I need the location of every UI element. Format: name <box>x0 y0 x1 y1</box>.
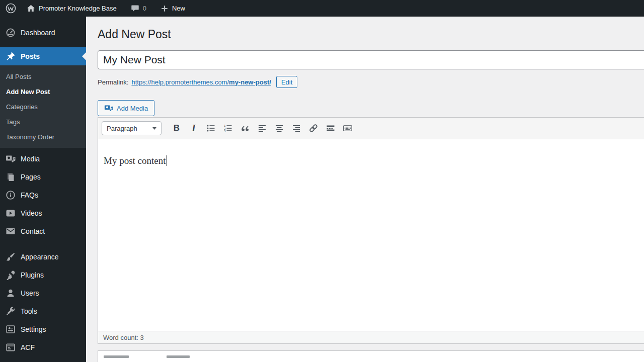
sidebar-item-faqs[interactable]: FAQs <box>0 186 86 204</box>
align-left-icon <box>257 123 267 133</box>
sidebar-item-users[interactable]: Users <box>0 284 86 302</box>
paragraph-format-select[interactable]: Paragraph <box>102 121 162 135</box>
envelope-icon <box>6 226 16 236</box>
wordpress-logo-icon <box>6 3 16 14</box>
sliders-icon <box>6 324 16 334</box>
add-media-icon <box>104 104 113 113</box>
submenu-item-label: Categories <box>6 103 38 111</box>
permalink-link[interactable]: https://help.promoterthemes.com/my-new-p… <box>131 78 271 86</box>
sidebar-item-label: Posts <box>21 52 40 60</box>
comment-bubble-icon <box>131 4 139 13</box>
sidebar-item-contact[interactable]: Contact <box>0 222 86 240</box>
edit-permalink-button[interactable]: Edit <box>276 76 297 88</box>
pages-icon <box>6 172 16 182</box>
blockquote-icon <box>240 123 250 133</box>
sidebar-item-label: Tools <box>21 307 37 315</box>
sidebar-item-settings[interactable]: Settings <box>0 320 86 338</box>
sidebar-item-media[interactable]: Media <box>0 150 86 168</box>
keyboard-shortcuts-button[interactable] <box>340 121 355 135</box>
main-content: Add New Post Permalink: https://help.pro… <box>86 17 644 362</box>
editor-text: My post content <box>104 155 166 166</box>
admin-bar-comments[interactable]: 0 <box>126 0 151 17</box>
site-name-label: Promoter Knowledge Base <box>39 5 117 12</box>
video-play-icon <box>6 208 16 218</box>
keyboard-icon <box>343 123 353 133</box>
below-editor-metabox <box>98 350 644 362</box>
custom-fields-icon <box>6 342 16 352</box>
align-left-button[interactable] <box>255 121 270 135</box>
sidebar-item-acf[interactable]: ACF <box>0 338 86 356</box>
admin-bar-site-name[interactable]: Promoter Knowledge Base <box>22 0 122 17</box>
submenu-item-label: Tags <box>6 118 20 126</box>
sidebar-item-label: FAQs <box>21 191 38 199</box>
clipped-text <box>104 355 129 358</box>
align-center-button[interactable] <box>272 121 287 135</box>
plus-icon <box>160 5 169 13</box>
sidebar-item-label: ACF <box>21 343 35 351</box>
new-label: New <box>172 5 185 12</box>
submenu-item-label: Add New Post <box>6 88 50 96</box>
admin-bar-new-button[interactable]: New <box>155 0 190 17</box>
sidebar-item-label: Settings <box>21 325 46 333</box>
submenu-item-tags[interactable]: Tags <box>0 114 86 129</box>
chevron-down-icon <box>152 127 156 130</box>
read-more-tag-button[interactable] <box>323 121 338 135</box>
add-media-button[interactable]: Add Media <box>98 100 154 116</box>
plug-icon <box>6 270 16 280</box>
format-selected-label: Paragraph <box>107 125 137 132</box>
menu-separator <box>0 240 86 248</box>
wrench-icon <box>6 306 16 316</box>
submenu-item-taxonomy-order[interactable]: Taxonomy Order <box>0 129 86 144</box>
text-cursor <box>167 155 168 166</box>
classic-editor: Paragraph B I 1 <box>98 117 644 344</box>
comments-count: 0 <box>143 5 146 12</box>
blockquote-button[interactable] <box>237 121 253 135</box>
pushpin-icon <box>6 51 16 61</box>
bulleted-list-icon <box>206 123 216 133</box>
editor-toolbar: Paragraph B I 1 <box>98 118 644 139</box>
numbered-list-icon: 1 2 3 <box>223 123 233 133</box>
italic-button[interactable]: I <box>186 121 201 135</box>
clipped-text <box>167 355 190 358</box>
sidebar-item-posts[interactable]: Posts <box>0 47 86 65</box>
permalink-row: Permalink: https://help.promoterthemes.c… <box>98 75 644 88</box>
sidebar-item-tools[interactable]: Tools <box>0 302 86 320</box>
sidebar-item-label: Pages <box>21 173 41 181</box>
sidebar-item-label: Appearance <box>21 253 59 261</box>
submenu-item-add-new-post[interactable]: Add New Post <box>0 84 86 99</box>
insert-link-button[interactable] <box>306 121 321 135</box>
admin-sidebar: Dashboard Posts All Posts Add New Post C… <box>0 17 86 362</box>
sidebar-item-label: Dashboard <box>21 29 55 37</box>
posts-submenu: All Posts Add New Post Categories Tags T… <box>0 65 86 148</box>
align-right-button[interactable] <box>289 121 304 135</box>
add-media-label: Add Media <box>117 105 148 112</box>
sidebar-item-videos[interactable]: Videos <box>0 204 86 222</box>
user-icon <box>6 288 16 298</box>
editor-content-area[interactable]: My post content <box>98 139 644 331</box>
submenu-item-all-posts[interactable]: All Posts <box>0 69 86 84</box>
post-title-input[interactable] <box>98 50 644 69</box>
submenu-item-label: Taxonomy Order <box>6 133 54 141</box>
svg-text:3: 3 <box>224 129 226 133</box>
paintbrush-icon <box>6 252 16 262</box>
wordpress-menu-button[interactable] <box>0 0 22 17</box>
sidebar-item-appearance[interactable]: Appearance <box>0 248 86 266</box>
bulleted-list-button[interactable] <box>203 121 218 135</box>
bold-button[interactable]: B <box>169 121 184 135</box>
media-icon <box>6 154 16 164</box>
permalink-label: Permalink: <box>98 78 128 86</box>
sidebar-item-label: Contact <box>21 227 45 235</box>
sidebar-item-dashboard[interactable]: Dashboard <box>0 24 86 42</box>
sidebar-item-pages[interactable]: Pages <box>0 168 86 186</box>
sidebar-item-label: Media <box>21 155 40 163</box>
editor-status-bar: Word count: 3 <box>98 331 644 343</box>
link-icon <box>308 123 318 133</box>
submenu-item-categories[interactable]: Categories <box>0 99 86 114</box>
sidebar-item-plugins[interactable]: Plugins <box>0 266 86 284</box>
dashboard-gauge-icon <box>6 28 16 38</box>
sidebar-item-label: Users <box>21 289 39 297</box>
align-center-icon <box>274 123 284 133</box>
info-circle-icon <box>6 190 16 200</box>
numbered-list-button[interactable]: 1 2 3 <box>220 121 235 135</box>
active-item-arrow <box>78 52 86 60</box>
